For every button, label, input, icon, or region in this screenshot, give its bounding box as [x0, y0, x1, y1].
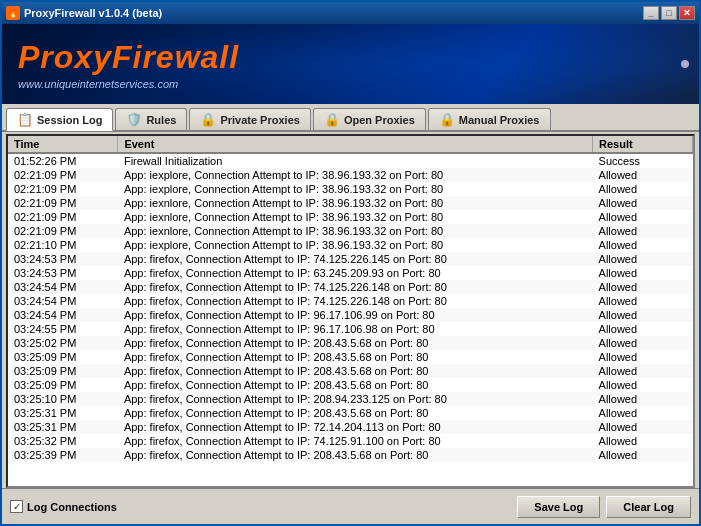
title-bar-buttons: _ □ ✕	[643, 6, 695, 20]
cell-result: Allowed	[593, 336, 693, 350]
cell-event: App: firefox, Connection Attempt to IP: …	[118, 308, 593, 322]
private-proxies-icon: 🔒	[200, 112, 216, 127]
cell-time: 03:25:02 PM	[8, 336, 118, 350]
cell-event: App: firefox, Connection Attempt to IP: …	[118, 434, 593, 448]
cell-time: 03:25:39 PM	[8, 448, 118, 462]
rules-icon: 🛡️	[126, 112, 142, 127]
cell-time: 03:25:31 PM	[8, 420, 118, 434]
save-log-button[interactable]: Save Log	[517, 496, 600, 518]
close-button[interactable]: ✕	[679, 6, 695, 20]
table-row: 03:24:54 PMApp: firefox, Connection Atte…	[8, 280, 693, 294]
cell-event: Firewall Initialization	[118, 153, 593, 168]
tab-rules[interactable]: 🛡️ Rules	[115, 108, 187, 130]
app-icon: 🔥	[6, 6, 20, 20]
table-row: 02:21:09 PMApp: iexnlore, Connection Att…	[8, 224, 693, 238]
tab-open-proxies[interactable]: 🔒 Open Proxies	[313, 108, 426, 130]
cell-time: 03:24:54 PM	[8, 294, 118, 308]
title-bar-left: 🔥 ProxyFirewall v1.0.4 (beta)	[6, 6, 162, 20]
cell-result: Allowed	[593, 294, 693, 308]
maximize-button[interactable]: □	[661, 6, 677, 20]
cell-time: 02:21:09 PM	[8, 224, 118, 238]
log-table: Time Event Result 01:52:26 PMFirewall In…	[8, 136, 693, 462]
minimize-button[interactable]: _	[643, 6, 659, 20]
cell-time: 03:25:10 PM	[8, 392, 118, 406]
cell-time: 03:24:55 PM	[8, 322, 118, 336]
cell-event: App: iexplore, Connection Attempt to IP:…	[118, 182, 593, 196]
cell-result: Allowed	[593, 182, 693, 196]
cell-time: 02:21:10 PM	[8, 238, 118, 252]
cell-event: App: firefox, Connection Attempt to IP: …	[118, 406, 593, 420]
table-row: 03:25:31 PMApp: firefox, Connection Atte…	[8, 406, 693, 420]
table-row: 01:52:26 PMFirewall InitializationSucces…	[8, 153, 693, 168]
table-row: 02:21:09 PMApp: iexplore, Connection Att…	[8, 168, 693, 182]
manual-proxies-icon: 🔒	[439, 112, 455, 127]
table-row: 03:25:10 PMApp: firefox, Connection Atte…	[8, 392, 693, 406]
log-table-container: Time Event Result 01:52:26 PMFirewall In…	[6, 134, 695, 488]
col-header-result: Result	[593, 136, 693, 153]
cell-result: Allowed	[593, 224, 693, 238]
session-log-icon: 📋	[17, 112, 33, 127]
tab-private-proxies-label: Private Proxies	[220, 114, 300, 126]
table-row: 02:21:10 PMApp: iexplore, Connection Att…	[8, 238, 693, 252]
cell-time: 03:25:31 PM	[8, 406, 118, 420]
banner: ProxyFirewall www.uniqueinternetservices…	[2, 24, 699, 104]
cell-time: 03:24:53 PM	[8, 266, 118, 280]
table-row: 03:24:54 PMApp: firefox, Connection Atte…	[8, 294, 693, 308]
tab-session-log[interactable]: 📋 Session Log	[6, 108, 113, 131]
log-connections-checkbox[interactable]	[10, 500, 23, 513]
cell-result: Allowed	[593, 196, 693, 210]
cell-result: Allowed	[593, 322, 693, 336]
footer-buttons: Save Log Clear Log	[517, 496, 691, 518]
cell-result: Allowed	[593, 350, 693, 364]
cell-result: Allowed	[593, 308, 693, 322]
log-table-body: 01:52:26 PMFirewall InitializationSucces…	[8, 153, 693, 462]
cell-result: Allowed	[593, 378, 693, 392]
table-row: 02:21:09 PMApp: iexplore, Connection Att…	[8, 182, 693, 196]
cell-event: App: iexnlore, Connection Attempt to IP:…	[118, 224, 593, 238]
banner-title-plain: Proxy	[18, 39, 112, 75]
tabs-bar: 📋 Session Log 🛡️ Rules 🔒 Private Proxies…	[2, 104, 699, 132]
table-row: 03:25:31 PMApp: firefox, Connection Atte…	[8, 420, 693, 434]
open-proxies-icon: 🔒	[324, 112, 340, 127]
tab-manual-proxies[interactable]: 🔒 Manual Proxies	[428, 108, 551, 130]
banner-title: ProxyFirewall	[18, 39, 683, 76]
cell-result: Allowed	[593, 434, 693, 448]
cell-time: 03:24:54 PM	[8, 308, 118, 322]
cell-result: Allowed	[593, 420, 693, 434]
table-row: 03:25:02 PMApp: firefox, Connection Atte…	[8, 336, 693, 350]
cell-result: Allowed	[593, 364, 693, 378]
col-header-time: Time	[8, 136, 118, 153]
log-connections-label: Log Connections	[27, 501, 117, 513]
cell-result: Allowed	[593, 406, 693, 420]
table-row: 03:24:53 PMApp: firefox, Connection Atte…	[8, 266, 693, 280]
cell-time: 03:25:32 PM	[8, 434, 118, 448]
cell-time: 01:52:26 PM	[8, 153, 118, 168]
table-row: 03:25:09 PMApp: firefox, Connection Atte…	[8, 378, 693, 392]
clear-log-button[interactable]: Clear Log	[606, 496, 691, 518]
table-row: 03:25:39 PMApp: firefox, Connection Atte…	[8, 448, 693, 462]
cell-result: Allowed	[593, 392, 693, 406]
cell-time: 02:21:09 PM	[8, 196, 118, 210]
cell-event: App: firefox, Connection Attempt to IP: …	[118, 448, 593, 462]
cell-time: 03:24:54 PM	[8, 280, 118, 294]
cell-event: App: firefox, Connection Attempt to IP: …	[118, 294, 593, 308]
cell-event: App: firefox, Connection Attempt to IP: …	[118, 378, 593, 392]
cell-event: App: firefox, Connection Attempt to IP: …	[118, 336, 593, 350]
cell-event: App: firefox, Connection Attempt to IP: …	[118, 364, 593, 378]
table-row: 03:24:53 PMApp: firefox, Connection Atte…	[8, 252, 693, 266]
cell-time: 03:24:53 PM	[8, 252, 118, 266]
cell-result: Allowed	[593, 280, 693, 294]
footer: Log Connections Save Log Clear Log	[2, 488, 699, 524]
tab-session-log-label: Session Log	[37, 114, 102, 126]
cell-time: 02:21:09 PM	[8, 168, 118, 182]
cell-result: Success	[593, 153, 693, 168]
cell-result: Allowed	[593, 266, 693, 280]
cell-event: App: iexnlore, Connection Attempt to IP:…	[118, 210, 593, 224]
content-area: 📋 Session Log 🛡️ Rules 🔒 Private Proxies…	[2, 104, 699, 524]
cell-time: 03:25:09 PM	[8, 378, 118, 392]
tab-open-proxies-label: Open Proxies	[344, 114, 415, 126]
cell-event: App: iexplore, Connection Attempt to IP:…	[118, 238, 593, 252]
banner-subtitle: www.uniqueinternetservices.com	[18, 78, 683, 90]
table-row: 03:25:09 PMApp: firefox, Connection Atte…	[8, 350, 693, 364]
tab-private-proxies[interactable]: 🔒 Private Proxies	[189, 108, 311, 130]
